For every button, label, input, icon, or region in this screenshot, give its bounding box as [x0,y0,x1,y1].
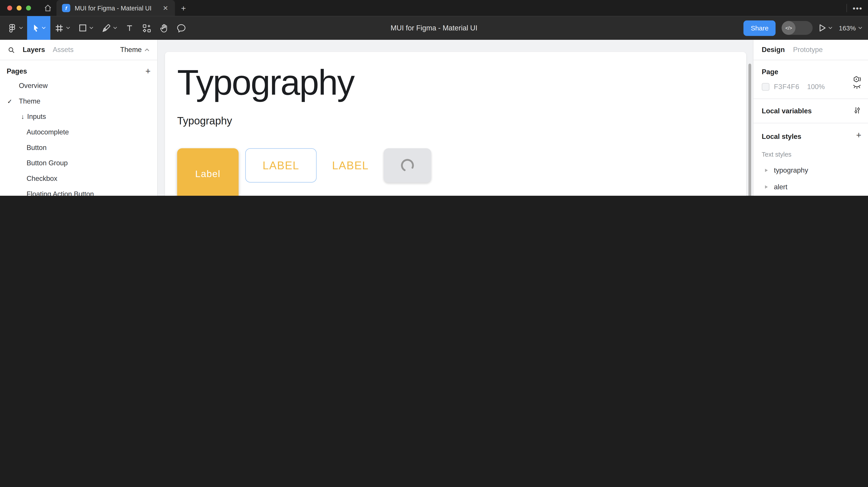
page-collapse-toggle[interactable]: Theme [120,46,150,54]
file-tab[interactable]: f MUI for Figma - Material UI ✕ [57,0,175,16]
pages-header-row: Pages + [0,65,157,78]
style-item-typography[interactable]: typography [753,162,868,178]
shape-tool[interactable] [74,16,98,40]
outlined-button-large[interactable]: LABEL [245,148,317,183]
dev-mode-toggle[interactable]: </> [782,21,813,35]
page-item-checkbox[interactable]: Checkbox [0,171,157,186]
page-item-overview[interactable]: Overview [0,78,157,94]
page-collapse-label: Theme [120,46,142,54]
tab-design[interactable]: Design [762,46,785,54]
tool-group [3,16,190,40]
close-window-button[interactable] [7,5,12,10]
text-button-large[interactable]: LABEL [328,148,372,183]
actions-resources-icon[interactable] [138,16,156,40]
page-item-label: Button [27,144,47,152]
eye-closed-icon[interactable] [852,83,861,92]
style-item-label: alert [774,183,787,191]
window-controls [7,5,31,10]
frame-tool[interactable] [51,16,74,40]
tab-layers[interactable]: Layers [23,46,45,54]
new-tab-button[interactable]: + [181,3,186,13]
zoom-chevron-icon [858,27,863,29]
page-item-theme[interactable]: ✓Theme [0,94,157,109]
disclosure-triangle-icon[interactable] [765,185,768,188]
figma-app-window: f MUI for Figma - Material UI ✕ + ••• [0,0,868,196]
contained-button-large[interactable]: Label [177,148,239,196]
add-style-button[interactable]: + [856,131,861,140]
file-tab-title: MUI for Figma - Material UI [75,5,162,11]
comment-tool[interactable] [173,16,190,40]
window-titlebar: f MUI for Figma - Material UI ✕ + ••• [0,0,868,16]
window-menu-icon[interactable]: ••• [852,4,863,13]
page-item-label: Theme [19,97,40,105]
page-item-label: Overview [19,82,48,90]
local-variables-label: Local variables [762,107,812,115]
toolbar: MUI for Figma - Material UI Share </> 16… [0,16,868,40]
close-tab-icon[interactable]: ✕ [162,4,169,12]
page-item-autocomplete[interactable]: Autocomplete [0,124,157,140]
page-item-label: Floating Action Button [27,190,94,196]
hand-tool[interactable] [156,16,173,40]
style-item-label: typography [774,166,808,174]
minimize-window-button[interactable] [17,5,22,10]
zoom-window-button[interactable] [26,5,31,10]
page-fill-row[interactable]: F3F4F6 100% [762,83,860,91]
page-section: Page F3F4F6 100% [753,68,868,99]
tab-prototype[interactable]: Prototype [793,46,823,54]
pages-list: Overview✓Theme↓InputsAutocompleteButtonB… [0,78,157,196]
main-menu-figma-icon[interactable] [3,16,27,40]
canvas[interactable]: Typography Typography LabelLABELLABELLAB… [158,40,753,196]
pages-header: Pages [7,68,27,75]
page-item-inputs[interactable]: ↓Inputs [0,109,157,124]
canvas-scrollbar[interactable] [748,64,751,196]
canvas-subheading[interactable]: Typography [177,115,232,127]
add-page-button[interactable]: + [146,67,151,76]
zoom-menu[interactable]: 163% [839,24,863,32]
page-item-label: Autocomplete [27,128,69,136]
style-groups: Text stylestypographyalertavatarbadgebot… [753,151,868,196]
page-item-button-group[interactable]: Button Group [0,156,157,171]
page-color-swatch[interactable] [762,83,770,91]
titlebar-divider [846,4,847,12]
page-item-label: Inputs [27,113,46,121]
zoom-level: 163% [839,24,856,32]
right-sidebar-tabs: Design Prototype [753,40,868,60]
loading-spinner-icon [400,158,415,173]
present-controls[interactable] [819,24,833,32]
left-sidebar: Layers Assets Theme Pages + Overview✓The… [0,40,158,196]
page-item-floating-action-button[interactable]: Floating Action Button [0,186,157,196]
style-item-alert[interactable]: alert [753,178,868,195]
text-tool[interactable] [121,16,138,40]
toolbar-right: Share </> 163% [743,20,863,36]
page-color-opacity[interactable]: 100% [807,83,825,91]
figma-file-icon: f [62,4,70,12]
chevron-up-icon [145,48,149,52]
disclosure-triangle-icon[interactable] [765,169,768,172]
share-button[interactable]: Share [743,20,776,36]
loading-button-large[interactable] [383,148,431,183]
home-icon[interactable] [44,4,52,12]
page-section-title: Page [762,68,868,76]
move-tool[interactable] [27,16,51,40]
dev-mode-code-icon: </> [782,21,796,35]
variables-adjust-icon[interactable] [853,106,861,116]
present-chevron-icon [828,27,833,29]
right-sidebar: Design Prototype Page F3F4F6 100% [753,40,868,196]
search-icon[interactable] [8,46,15,53]
left-sidebar-header: Layers Assets Theme [0,40,157,60]
current-page-check-icon: ✓ [7,98,12,105]
local-variables-row[interactable]: Local variables [753,99,868,124]
pen-tool[interactable] [97,16,121,40]
local-styles-row[interactable]: Local styles + [753,130,868,143]
local-styles-label: Local styles [762,133,801,141]
page-color-hex[interactable]: F3F4F6 [774,83,800,91]
down-arrow-icon: ↓ [21,113,25,121]
present-play-icon [819,24,826,32]
canvas-heading[interactable]: Typography [177,63,354,102]
style-group-header: Text styles [762,151,868,161]
page-item-label: Checkbox [27,175,57,183]
page-item-button[interactable]: Button [0,140,157,156]
style-item-avatar[interactable]: avatar [753,195,868,196]
page-item-label: Button Group [27,159,68,167]
tab-assets[interactable]: Assets [53,46,73,54]
